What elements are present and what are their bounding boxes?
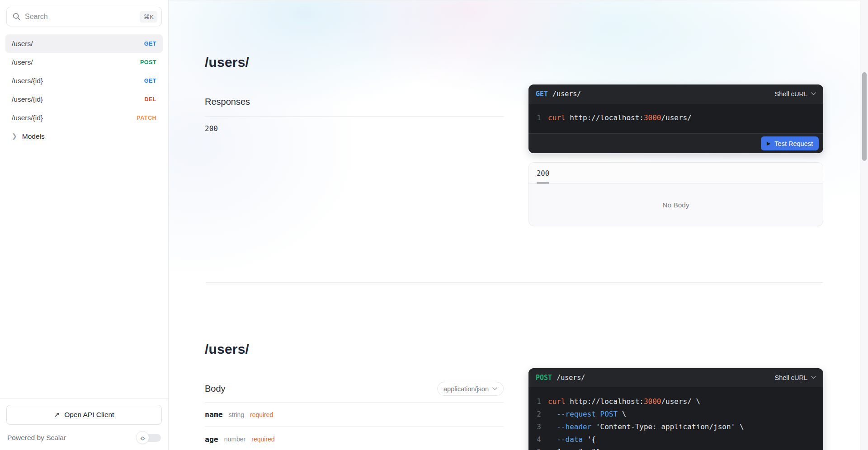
field-required-flag: required: [251, 436, 274, 443]
request-example-card-get: GET /users/ Shell cURL 1curl http://loca…: [528, 84, 823, 153]
endpoint-path: /users/{id}: [12, 114, 43, 122]
schema-field-name: namestringrequired: [205, 403, 504, 427]
test-request-button[interactable]: ▶ Test Request: [761, 136, 819, 150]
section-2-right: POST /users/ Shell cURL 1curl http://loc…: [528, 283, 823, 450]
test-request-label: Test Request: [774, 140, 813, 147]
sidebar-item-get-users[interactable]: /users/GET: [5, 34, 163, 53]
field-required-flag: required: [250, 411, 273, 418]
endpoint-nav: /users/GET/users/POST/users/{id}GET/user…: [0, 31, 168, 398]
response-code-row: 200: [205, 124, 504, 133]
field-type: string: [229, 411, 244, 418]
code-token: [548, 433, 557, 446]
chevron-down-icon: [811, 92, 816, 95]
section-1-right: GET /users/ Shell cURL 1curl http://loca…: [528, 0, 823, 282]
endpoint-path-label: /users/: [552, 90, 581, 98]
client-selector-label: Shell cURL: [774, 374, 807, 381]
sidebar-item-patch-usersid[interactable]: /users/{id}PATCH: [5, 108, 163, 127]
line-number: 5: [536, 446, 541, 450]
field-name: age: [205, 435, 218, 444]
client-selector[interactable]: Shell cURL: [774, 374, 816, 381]
sidebar-footer: ↗ Open API Client Powered by Scalar ☼: [0, 398, 168, 450]
search-icon: [13, 13, 20, 20]
body-fields: namestringrequiredagenumberrequired: [205, 403, 504, 450]
open-api-client-label: Open API Client: [64, 411, 114, 419]
open-api-client-button[interactable]: ↗ Open API Client: [6, 405, 162, 425]
http-method-badge: POST: [140, 59, 156, 66]
theme-toggle[interactable]: ☼: [136, 431, 161, 444]
response-panel-tabs: 200: [529, 163, 823, 184]
page-scrollbar: [860, 0, 868, 450]
play-icon: ▶: [767, 141, 770, 146]
api-reference-app: ⌘K /users/GET/users/POST/users/{id}GET/u…: [0, 0, 868, 450]
chevron-right-icon: ❯: [12, 133, 17, 139]
code-token: /users/ \: [661, 395, 700, 408]
chevron-down-icon: [492, 387, 497, 390]
response-panel: 200 No Body: [528, 162, 823, 226]
sidebar-item-models[interactable]: ❯ Models: [5, 127, 163, 145]
code-line: 5 "name": "": [536, 446, 816, 450]
http-method-badge: DEL: [145, 96, 157, 103]
code-line: 1curl http://localhost:3000/users/: [536, 112, 816, 124]
code-line: 1curl http://localhost:3000/users/ \: [536, 395, 816, 408]
http-method-badge: GET: [144, 41, 156, 47]
sidebar-item-get-usersid[interactable]: /users/{id}GET: [5, 71, 163, 90]
section-1-left: /users/ Responses 200: [205, 0, 504, 282]
responses-heading: Responses: [205, 97, 504, 107]
section-get-users: /users/ Responses 200 GET /users/ Shell …: [169, 0, 860, 282]
scrollbar-thumb[interactable]: [862, 72, 867, 161]
code-token: POST: [600, 408, 618, 421]
page-title: /users/: [205, 342, 504, 357]
endpoint-path: /users/: [12, 40, 33, 48]
search-wrap: ⌘K: [0, 0, 168, 31]
code-token: [548, 408, 557, 421]
endpoint-path: /users/{id}: [12, 95, 43, 103]
chevron-down-icon: [811, 376, 816, 379]
sidebar-item-post-users[interactable]: /users/POST: [5, 53, 163, 71]
example-card-header: POST /users/ Shell cURL: [528, 368, 823, 387]
code-token: "name": "": [548, 446, 600, 450]
search-box[interactable]: ⌘K: [6, 7, 162, 26]
code-block: 1curl http://localhost:3000/users/: [528, 103, 823, 133]
http-method-badge: PATCH: [137, 115, 156, 121]
sidebar: ⌘K /users/GET/users/POST/users/{id}GET/u…: [0, 0, 169, 450]
line-number: 1: [536, 112, 541, 124]
sun-icon: ☼: [139, 434, 146, 441]
schema-field-age: agenumberrequired: [205, 427, 504, 450]
content-type-selector[interactable]: application/json: [437, 382, 504, 396]
powered-row: Powered by Scalar ☼: [6, 431, 162, 444]
code-line: 3 --header 'Content-Type: application/js…: [536, 421, 816, 433]
http-method-label: POST: [536, 374, 552, 382]
section-post-users: /users/ Body application/json namestring…: [169, 283, 860, 450]
section-2-left: /users/ Body application/json namestring…: [205, 283, 504, 450]
code-token: http://localhost:: [566, 112, 644, 124]
code-token: 3000: [644, 395, 661, 408]
line-number: 2: [536, 408, 541, 421]
page-title: /users/: [205, 55, 504, 70]
client-selector[interactable]: Shell cURL: [774, 90, 816, 98]
line-number: 3: [536, 421, 541, 433]
endpoint-path: /users/{id}: [12, 77, 43, 85]
body-heading-row: Body application/json: [205, 382, 504, 396]
code-token: curl: [548, 112, 566, 124]
code-token: '{: [583, 433, 596, 446]
line-number: 4: [536, 433, 541, 446]
tab-200[interactable]: 200: [537, 169, 549, 183]
search-input[interactable]: [25, 13, 140, 21]
request-example-card-post: POST /users/ Shell cURL 1curl http://loc…: [528, 368, 823, 450]
code-token: 3000: [644, 112, 661, 124]
content-type-label: application/json: [443, 385, 489, 393]
toggle-knob: ☼: [136, 431, 149, 444]
code-token: curl: [548, 395, 566, 408]
response-panel-body: No Body: [529, 184, 823, 226]
code-token: http://localhost:: [566, 395, 644, 408]
models-label: Models: [22, 132, 45, 141]
code-block: 1curl http://localhost:3000/users/ \2 --…: [528, 387, 823, 450]
code-token: [548, 421, 557, 433]
field-type: number: [224, 436, 245, 443]
http-method-badge: GET: [144, 78, 156, 84]
code-token: --data: [557, 433, 583, 446]
code-token: --header: [557, 421, 591, 433]
search-shortcut-badge: ⌘K: [140, 11, 157, 23]
external-link-icon: ↗: [54, 411, 60, 419]
sidebar-item-del-usersid[interactable]: /users/{id}DEL: [5, 90, 163, 108]
